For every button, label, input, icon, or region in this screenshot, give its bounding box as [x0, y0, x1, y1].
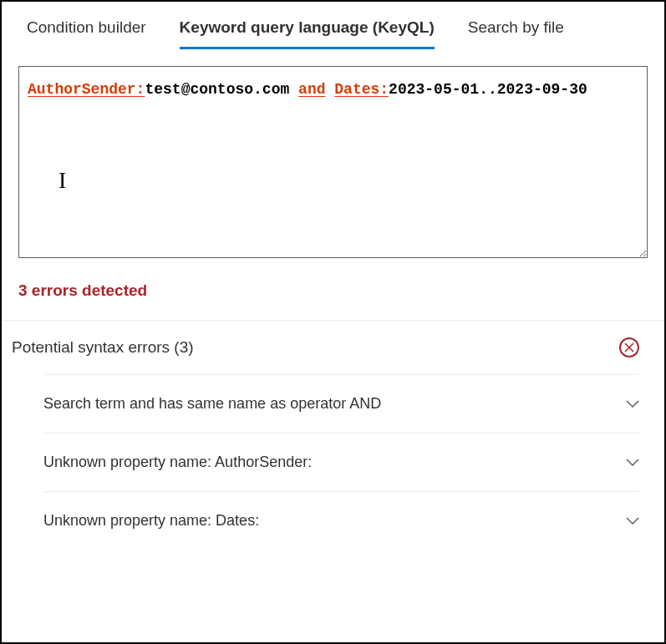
error-item[interactable]: Unknown property name: Dates: — [43, 491, 639, 550]
error-item-text: Search term and has same name as operato… — [43, 395, 381, 413]
error-item-text: Unknown property name: Dates: — [43, 512, 259, 530]
close-button[interactable] — [619, 337, 639, 357]
tab-keyql[interactable]: Keyword query language (KeyQL) — [180, 18, 435, 49]
tab-search-by-file[interactable]: Search by file — [468, 18, 564, 49]
query-token-property-error: Dates: — [334, 81, 389, 98]
query-token-value: 2023-05-01..2023-09-30 — [389, 81, 587, 98]
query-token-operator-error: and — [298, 81, 325, 98]
query-input[interactable]: AuthorSender:test@contoso.com and Dates:… — [18, 66, 648, 258]
close-icon — [624, 342, 634, 352]
syntax-errors-title: Potential syntax errors (3) — [12, 338, 194, 357]
syntax-errors-header: Potential syntax errors (3) — [2, 321, 664, 374]
error-list: Search term and has same name as operato… — [2, 374, 664, 550]
error-count-label: 3 errors detected — [18, 281, 648, 300]
query-container: AuthorSender:test@contoso.com and Dates:… — [18, 66, 648, 258]
error-item[interactable]: Unknown property name: AuthorSender: — [43, 433, 639, 491]
chevron-down-icon — [626, 456, 639, 469]
query-token-property-error: AuthorSender: — [28, 81, 145, 98]
error-item[interactable]: Search term and has same name as operato… — [43, 374, 639, 433]
chevron-down-icon — [626, 515, 639, 528]
tab-condition-builder[interactable]: Condition builder — [27, 18, 146, 49]
error-item-text: Unknown property name: AuthorSender: — [43, 454, 312, 471]
chevron-down-icon — [626, 398, 639, 411]
query-token-value: test@contoso.com — [145, 81, 289, 98]
tab-bar: Condition builder Keyword query language… — [2, 2, 664, 49]
